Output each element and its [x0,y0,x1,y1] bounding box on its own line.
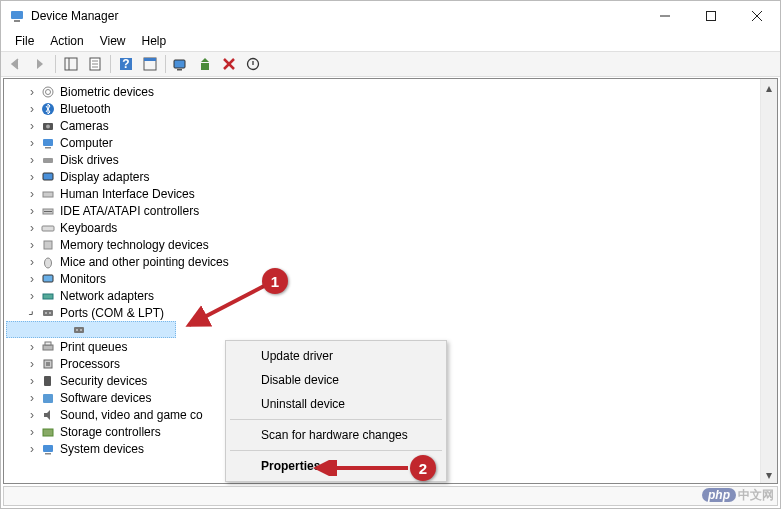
svg-point-41 [49,312,51,314]
app-icon [9,8,25,24]
expand-icon[interactable]: › [26,187,38,201]
separator [110,55,111,73]
minimize-button[interactable] [642,1,688,31]
expand-icon[interactable]: › [26,442,38,456]
display-icon [40,169,56,185]
scroll-up-icon[interactable]: ▴ [761,79,777,96]
svg-rect-34 [42,226,54,231]
uninstall-toolbar-button[interactable] [218,53,240,75]
expand-icon[interactable]: › [26,340,38,354]
window-title: Device Manager [31,9,642,23]
maximize-button[interactable] [688,1,734,31]
annotation-arrow-1 [181,281,271,333]
expand-icon[interactable]: › [26,204,38,218]
close-button[interactable] [734,1,780,31]
expand-icon[interactable]: › [26,408,38,422]
properties-toolbar-button[interactable] [84,53,106,75]
show-hide-tree-button[interactable] [60,53,82,75]
expand-icon[interactable]: › [26,391,38,405]
annotation-arrow-2 [311,460,411,476]
ctx-scan-hardware[interactable]: Scan for hardware changes [229,423,443,447]
tree-node-cameras[interactable]: ›Cameras [6,117,758,134]
svg-rect-17 [177,69,182,71]
action-toolbar-button[interactable] [139,53,161,75]
svg-rect-30 [43,173,53,180]
tree-label: Memory technology devices [60,238,209,252]
expand-icon[interactable]: › [26,85,38,99]
titlebar: Device Manager [1,1,780,31]
menu-help[interactable]: Help [136,32,173,50]
ctx-disable-device[interactable]: Disable device [229,368,443,392]
tree-node-network[interactable]: ›Network adapters [6,287,758,304]
svg-rect-28 [45,147,51,149]
menu-action[interactable]: Action [44,32,89,50]
menu-view[interactable]: View [94,32,132,50]
tree-node-ports[interactable]: ›Ports (COM & LPT) [6,304,758,321]
watermark-php: php [702,488,736,502]
tree-node-keyboards[interactable]: ›Keyboards [6,219,758,236]
expand-icon[interactable]: › [26,255,38,269]
expand-icon[interactable]: › [26,425,38,439]
scan-hardware-button[interactable] [170,53,192,75]
svg-point-44 [80,329,82,331]
keyboard-icon [40,220,56,236]
tree-label: Display adapters [60,170,149,184]
svg-rect-35 [44,241,52,249]
storage-icon [40,424,56,440]
tree-node-disk[interactable]: ›Disk drives [6,151,758,168]
expand-icon[interactable]: › [26,136,38,150]
expand-icon[interactable]: › [26,374,38,388]
expand-icon[interactable]: › [26,119,38,133]
collapse-icon[interactable]: › [23,303,41,321]
tree-node-mice[interactable]: ›Mice and other pointing devices [6,253,758,270]
expand-icon[interactable]: › [26,357,38,371]
tree-node-port-device[interactable] [6,321,176,338]
tree-label: IDE ATA/ATAPI controllers [60,204,199,218]
tree-node-memory[interactable]: ›Memory technology devices [6,236,758,253]
svg-rect-1 [14,20,20,22]
tree-node-computer[interactable]: ›Computer [6,134,758,151]
ctx-update-driver[interactable]: Update driver [229,344,443,368]
tree-label: Bluetooth [60,102,111,116]
tree-node-bluetooth[interactable]: ›Bluetooth [6,100,758,117]
scrollbar[interactable]: ▴ ▾ [760,79,777,483]
expand-icon[interactable]: › [26,153,38,167]
cpu-icon [40,356,56,372]
svg-point-43 [76,329,78,331]
tree-node-monitors[interactable]: ›Monitors [6,270,758,287]
back-button[interactable] [5,53,27,75]
tree-label: Computer [60,136,113,150]
expand-icon[interactable]: › [26,170,38,184]
svg-rect-46 [45,342,51,345]
help-toolbar-button[interactable]: ? [115,53,137,75]
disable-toolbar-button[interactable] [242,53,264,75]
svg-rect-50 [43,394,53,403]
expand-icon[interactable]: › [26,272,38,286]
port-device-icon [71,322,87,338]
tree-node-display[interactable]: ›Display adapters [6,168,758,185]
sound-icon [40,407,56,423]
tree-label: Storage controllers [60,425,161,439]
expand-icon[interactable]: › [26,221,38,235]
tree-node-biometric[interactable]: ›Biometric devices [6,83,758,100]
scroll-down-icon[interactable]: ▾ [761,466,777,483]
svg-rect-39 [43,310,53,316]
expand-icon[interactable]: › [26,102,38,116]
update-driver-toolbar-button[interactable] [194,53,216,75]
svg-point-36 [45,258,52,268]
expand-icon[interactable]: › [26,238,38,252]
svg-rect-51 [43,429,53,436]
expand-icon[interactable]: › [26,289,38,303]
tree-label: Ports (COM & LPT) [60,306,164,320]
menu-file[interactable]: File [9,32,40,50]
ctx-uninstall-device[interactable]: Uninstall device [229,392,443,416]
tree-node-hid[interactable]: ›Human Interface Devices [6,185,758,202]
forward-button[interactable] [29,53,51,75]
svg-line-54 [189,285,266,325]
tree-node-ide[interactable]: ›IDE ATA/ATAPI controllers [6,202,758,219]
computer-icon [40,135,56,151]
ctx-separator [230,450,442,451]
printer-icon [40,339,56,355]
svg-rect-15 [144,58,156,61]
annotation-badge-2: 2 [410,455,436,481]
